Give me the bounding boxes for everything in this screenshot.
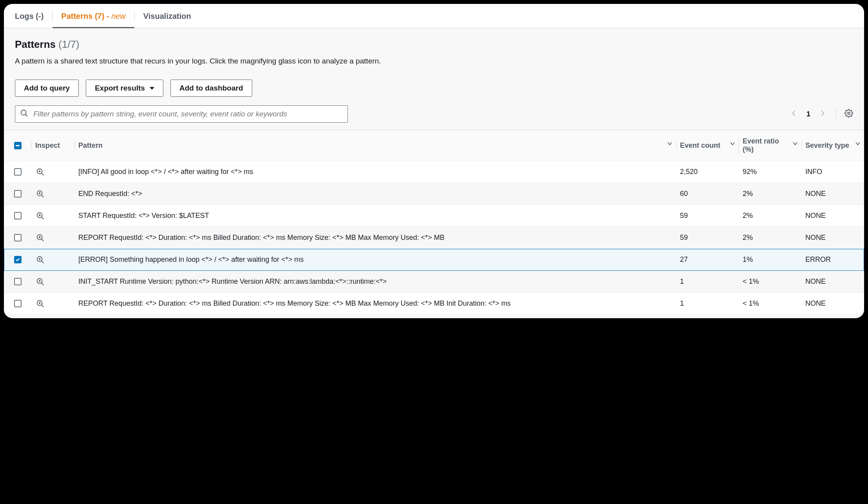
action-bar: Add to query Export results Add to dashb… [15,80,853,97]
tabs: Logs (-) Patterns (7) - new Visualizatio… [4,4,864,28]
pattern-cell: END RequestId: <*> [74,183,676,205]
event-count-cell: 59 [676,228,739,247]
next-page-button[interactable] [818,109,827,119]
inspect-button[interactable] [36,234,45,242]
row-checkbox[interactable] [14,234,22,241]
row-checkbox-cell [4,163,31,181]
row-checkbox-cell [4,250,31,269]
row-checkbox-cell [4,185,31,203]
caret-down-icon [150,87,154,90]
add-to-query-button[interactable]: Add to query [15,80,79,97]
inspect-button[interactable] [36,168,45,176]
row-checkbox[interactable] [14,190,22,198]
tab-patterns-label: Patterns (7) - [61,12,111,20]
severity-cell: NONE [801,184,864,203]
severity-cell: NONE [801,228,864,247]
inspect-cell [31,294,74,314]
prev-page-button[interactable] [790,109,798,119]
col-severity-label: Severity type [805,141,849,150]
inspect-button[interactable] [36,256,45,264]
page-description: A pattern is a shared text structure tha… [15,57,853,65]
severity-cell: NONE [801,294,864,313]
svg-line-24 [42,283,44,285]
row-checkbox-cell [4,207,31,225]
table-row[interactable]: END RequestId: <*>602%NONE [4,183,864,205]
inspect-cell [31,272,74,292]
table-row[interactable]: REPORT RequestId: <*> Duration: <*> ms B… [4,227,864,249]
inspect-cell [31,250,74,270]
row-checkbox[interactable] [14,278,22,285]
svg-line-16 [42,239,44,241]
filter-input[interactable] [33,109,343,119]
page-title: Patterns (1/7) [15,38,853,51]
row-checkbox[interactable] [14,300,22,307]
inspect-cell [31,162,74,182]
row-checkbox[interactable] [14,168,22,176]
event-ratio-cell: 2% [739,206,801,225]
table-row[interactable]: INIT_START Runtime Version: python:<*> R… [4,271,864,293]
col-event-count[interactable]: Event count [676,134,739,157]
pattern-cell: [INFO] All good in loop <*> / <*> after … [74,161,676,183]
settings-button[interactable] [844,109,853,119]
inspect-button[interactable] [36,190,45,198]
row-checkbox-cell [4,294,31,313]
event-ratio-cell: 2% [739,184,801,203]
event-ratio-cell: 2% [739,228,801,247]
tab-visualization[interactable]: Visualization [135,4,200,28]
col-pattern[interactable]: Pattern [74,134,676,157]
divider [835,109,836,119]
svg-line-12 [42,217,44,219]
event-count-cell: 27 [676,250,739,269]
inspect-button[interactable] [36,299,45,308]
inspect-cell [31,184,74,204]
event-count-cell: 60 [676,184,739,203]
row-checkbox[interactable] [14,256,22,263]
page-number: 1 [805,110,812,118]
svg-point-0 [21,110,26,115]
tab-patterns[interactable]: Patterns (7) - new [52,4,134,28]
event-ratio-cell: < 1% [739,272,801,291]
col-severity[interactable]: Severity type [801,134,864,157]
col-event-ratio[interactable]: Event ratio (%) [739,130,801,161]
col-pattern-label: Pattern [78,141,103,150]
filter-input-container[interactable] [15,105,348,123]
event-count-cell: 1 [676,294,739,313]
inspect-cell [31,228,74,248]
severity-cell: NONE [801,272,864,291]
select-all-checkbox[interactable] [14,142,22,149]
table-row[interactable]: [INFO] All good in loop <*> / <*> after … [4,161,864,183]
page-title-text: Patterns [15,38,56,50]
row-checkbox[interactable] [14,212,22,219]
svg-line-8 [42,195,44,197]
add-to-dashboard-button[interactable]: Add to dashboard [170,80,252,97]
severity-cell: NONE [801,206,864,225]
event-ratio-cell: 92% [739,162,801,181]
pagination-controls: 1 [790,109,853,119]
event-ratio-cell: 1% [739,250,801,269]
pattern-cell: REPORT RequestId: <*> Duration: <*> ms B… [74,293,676,314]
svg-line-20 [42,261,44,263]
export-results-button[interactable]: Export results [86,80,163,97]
pattern-cell: REPORT RequestId: <*> Duration: <*> ms B… [74,227,676,248]
export-results-label: Export results [95,84,145,92]
pattern-cell: [ERROR] Something happened in loop <*> /… [74,249,676,270]
col-inspect: Inspect [31,134,74,157]
table-row[interactable]: [ERROR] Something happened in loop <*> /… [4,249,864,271]
table-row[interactable]: REPORT RequestId: <*> Duration: <*> ms B… [4,293,864,315]
inspect-button[interactable] [36,212,45,220]
search-icon [20,109,29,119]
svg-line-4 [42,173,44,175]
svg-line-1 [25,114,28,117]
tab-patterns-new: new [111,12,126,20]
tab-logs[interactable]: Logs (-) [6,4,52,28]
svg-line-28 [42,305,44,307]
pattern-cell: START RequestId: <*> Version: $LATEST [74,205,676,227]
event-ratio-cell: < 1% [739,294,801,313]
col-event-count-label: Event count [680,141,720,150]
page-title-count: (1/7) [58,38,79,50]
table-row[interactable]: START RequestId: <*> Version: $LATEST592… [4,205,864,227]
severity-cell: ERROR [801,250,864,269]
pattern-cell: INIT_START Runtime Version: python:<*> R… [74,271,676,292]
table-header-row: Inspect Pattern Event count Event ratio … [4,130,864,161]
inspect-button[interactable] [36,277,45,286]
